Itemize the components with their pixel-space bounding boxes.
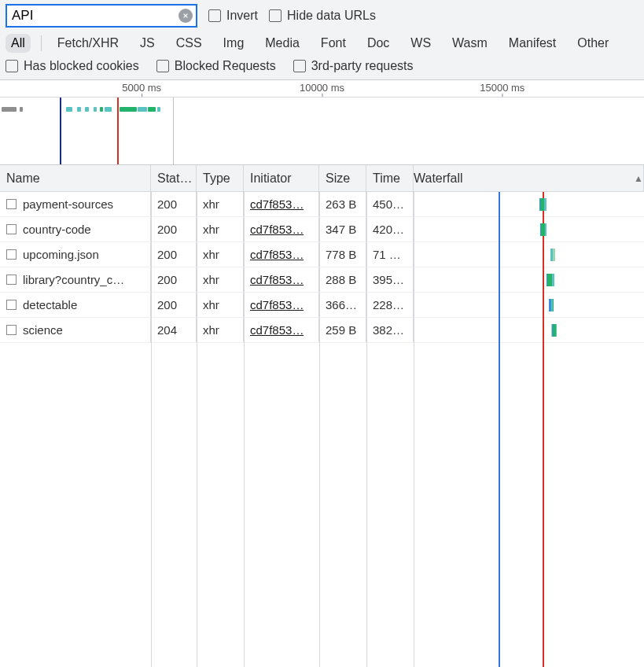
col-time[interactable]: Time bbox=[366, 165, 414, 191]
type-filter-js[interactable]: JS bbox=[134, 34, 160, 53]
cell-time: 228… bbox=[366, 293, 414, 317]
type-filter-font[interactable]: Font bbox=[315, 34, 351, 53]
cell-size: 778 B bbox=[319, 242, 366, 267]
cell-type: xhr bbox=[197, 318, 244, 342]
timeline-request-segment bbox=[94, 107, 97, 112]
request-name: payment-sources bbox=[23, 197, 113, 211]
table-row[interactable]: library?country_c…200xhrcd7f853…288 B395… bbox=[0, 267, 644, 293]
blocked-requests-label: Blocked Requests bbox=[175, 59, 276, 73]
col-type[interactable]: Type bbox=[197, 165, 244, 191]
table-body: payment-sources200xhrcd7f853…263 B450…co… bbox=[0, 192, 644, 667]
hide-data-urls-label: Hide data URLs bbox=[287, 9, 376, 23]
initiator-link[interactable]: cd7f853… bbox=[250, 298, 304, 311]
cell-initiator: cd7f853… bbox=[244, 318, 319, 342]
table-row[interactable]: payment-sources200xhrcd7f853…263 B450… bbox=[0, 192, 644, 217]
type-filter-separator bbox=[41, 35, 42, 51]
clear-filter-button[interactable] bbox=[178, 9, 193, 23]
filter-input[interactable] bbox=[12, 8, 178, 24]
timeline-overview[interactable]: 5000 ms10000 ms15000 ms bbox=[0, 80, 644, 165]
cell-type: xhr bbox=[197, 242, 244, 267]
blocked-requests-checkbox[interactable]: Blocked Requests bbox=[156, 59, 276, 73]
close-icon bbox=[183, 12, 188, 20]
file-icon bbox=[6, 224, 17, 234]
initiator-link[interactable]: cd7f853… bbox=[250, 197, 304, 211]
timeline-request-segment bbox=[157, 107, 160, 112]
third-party-checkbox-input[interactable] bbox=[293, 60, 306, 72]
cell-type: xhr bbox=[197, 293, 244, 317]
table-row[interactable]: country-code200xhrcd7f853…347 B420… bbox=[0, 217, 644, 242]
col-waterfall[interactable]: Waterfall ▲ bbox=[414, 165, 644, 191]
cell-time: 420… bbox=[366, 217, 414, 241]
waterfall-bar bbox=[549, 299, 554, 311]
cell-status: 204 bbox=[151, 318, 197, 342]
cell-status: 200 bbox=[151, 217, 197, 241]
type-filter-img[interactable]: Img bbox=[218, 34, 250, 53]
table-row[interactable]: science204xhrcd7f853…259 B382… bbox=[0, 318, 644, 343]
blocked-requests-checkbox-input[interactable] bbox=[156, 60, 169, 72]
invert-label: Invert bbox=[226, 9, 258, 23]
timeline-window-boundary bbox=[173, 98, 174, 164]
cell-size: 347 B bbox=[319, 217, 366, 241]
type-filter-css[interactable]: CSS bbox=[171, 34, 208, 53]
cell-name[interactable]: detectable bbox=[0, 293, 151, 317]
file-icon bbox=[6, 199, 17, 209]
cell-type: xhr bbox=[197, 267, 244, 292]
initiator-link[interactable]: cd7f853… bbox=[250, 223, 304, 236]
initiator-link[interactable]: cd7f853… bbox=[250, 273, 304, 286]
table-row[interactable]: upcoming.json200xhrcd7f853…778 B71 … bbox=[0, 242, 644, 267]
type-filter-all[interactable]: All bbox=[6, 34, 31, 53]
file-icon bbox=[6, 300, 17, 310]
timeline-request-segment bbox=[100, 107, 103, 112]
timeline-tick: 15000 ms bbox=[480, 80, 524, 94]
cell-status: 200 bbox=[151, 293, 197, 317]
cell-time: 395… bbox=[366, 267, 414, 292]
cell-name[interactable]: science bbox=[0, 318, 151, 342]
hide-data-urls-checkbox-input[interactable] bbox=[269, 9, 282, 22]
cell-status: 200 bbox=[151, 242, 197, 267]
request-name: country-code bbox=[23, 223, 91, 236]
request-name: science bbox=[23, 323, 63, 337]
initiator-link[interactable]: cd7f853… bbox=[250, 323, 304, 337]
table-row[interactable]: detectable200xhrcd7f853…366…228… bbox=[0, 293, 644, 318]
type-filter-other[interactable]: Other bbox=[572, 34, 614, 53]
initiator-link[interactable]: cd7f853… bbox=[250, 248, 304, 261]
cell-name[interactable]: upcoming.json bbox=[0, 242, 151, 267]
cell-type: xhr bbox=[197, 217, 244, 241]
col-initiator[interactable]: Initiator bbox=[244, 165, 319, 191]
requests-table: Name Stat… Type Initiator Size Time Wate… bbox=[0, 165, 644, 667]
type-filter-wasm[interactable]: Wasm bbox=[447, 34, 493, 53]
col-size[interactable]: Size bbox=[319, 165, 366, 191]
col-name[interactable]: Name bbox=[0, 165, 151, 191]
cell-size: 366… bbox=[319, 293, 366, 317]
type-filter-fetchxhr[interactable]: Fetch/XHR bbox=[52, 34, 124, 53]
type-filter-media[interactable]: Media bbox=[259, 34, 305, 53]
cell-initiator: cd7f853… bbox=[244, 242, 319, 267]
cell-name[interactable]: country-code bbox=[0, 217, 151, 241]
cell-waterfall bbox=[414, 242, 644, 267]
waterfall-bar bbox=[540, 223, 546, 236]
timeline-request-segment bbox=[77, 107, 81, 112]
cell-waterfall bbox=[414, 192, 644, 216]
blocked-cookies-checkbox-input[interactable] bbox=[6, 60, 18, 72]
timeline-tick: 10000 ms bbox=[300, 80, 344, 94]
cell-waterfall bbox=[414, 318, 644, 342]
third-party-checkbox[interactable]: 3rd-party requests bbox=[293, 59, 414, 73]
invert-checkbox-input[interactable] bbox=[208, 9, 221, 22]
cell-waterfall bbox=[414, 217, 644, 241]
cell-name[interactable]: payment-sources bbox=[0, 192, 151, 216]
type-filter-manifest[interactable]: Manifest bbox=[503, 34, 561, 53]
waterfall-bar bbox=[550, 249, 555, 261]
type-filter-ws[interactable]: WS bbox=[405, 34, 436, 53]
col-status[interactable]: Stat… bbox=[151, 165, 197, 191]
file-icon bbox=[6, 275, 17, 285]
cell-initiator: cd7f853… bbox=[244, 293, 319, 317]
cell-name[interactable]: library?country_c… bbox=[0, 267, 151, 292]
hide-data-urls-checkbox[interactable]: Hide data URLs bbox=[269, 9, 376, 23]
blocked-cookies-checkbox[interactable]: Has blocked cookies bbox=[6, 59, 139, 73]
invert-checkbox[interactable]: Invert bbox=[208, 9, 258, 23]
type-filter-doc[interactable]: Doc bbox=[362, 34, 395, 53]
request-name: library?country_c… bbox=[23, 273, 124, 286]
cell-time: 71 … bbox=[366, 242, 414, 267]
cell-time: 382… bbox=[366, 318, 414, 342]
cell-waterfall bbox=[414, 267, 644, 292]
